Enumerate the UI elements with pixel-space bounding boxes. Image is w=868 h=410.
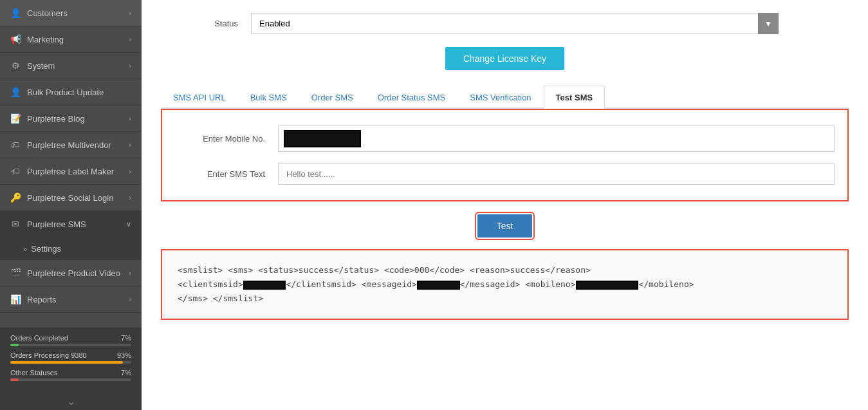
chevron-icon: ›	[129, 295, 131, 303]
tab-order-sms[interactable]: Order SMS	[299, 86, 365, 109]
chevron-icon: ›	[129, 194, 131, 201]
customers-icon: 👤	[10, 8, 21, 18]
sidebar-sub-item-settings[interactable]: » Settings	[0, 238, 142, 260]
sidebar-item-marketing[interactable]: 📢 Marketing ›	[0, 26, 142, 53]
stat-bar-bg-orders-processing	[10, 361, 131, 364]
sidebar-label-system: System	[27, 61, 55, 71]
status-select-wrapper: Enabled Disabled ▼	[251, 13, 779, 34]
status-select[interactable]: Enabled Disabled	[251, 13, 779, 34]
stat-label-orders-completed: Orders Completed	[10, 334, 68, 342]
tab-test-sms[interactable]: Test SMS	[544, 86, 605, 109]
tabs: SMS API URL Bulk SMS Order SMS Order Sta…	[161, 86, 849, 109]
tab-order-status-sms[interactable]: Order Status SMS	[365, 86, 457, 109]
sidebar-item-bulk-product-update[interactable]: 👤 Bulk Product Update	[0, 79, 142, 106]
sidebar-label-purpletree-label-maker: Purpletree Label Maker	[27, 167, 114, 176]
sms-text-input[interactable]	[278, 163, 835, 185]
sidebar-item-purpletree-product-video[interactable]: 🎬 Purpletree Product Video ›	[0, 260, 142, 286]
stat-label-other-statuses: Other Statuses	[10, 369, 57, 377]
redacted-mobileno	[576, 281, 639, 290]
chevron-icon: ›	[129, 62, 131, 70]
sidebar-label-purpletree-sms: Purpletree SMS	[27, 219, 86, 229]
label-maker-icon: 🏷	[10, 166, 21, 176]
sidebar-label-purpletree-blog: Purpletree Blog	[27, 114, 85, 124]
chevron-down-icon: ∨	[126, 220, 131, 228]
social-login-icon: 🔑	[10, 192, 21, 203]
multivendor-icon: 🏷	[10, 140, 21, 150]
test-sms-form-section: Enter Mobile No. Enter SMS Text	[161, 109, 849, 201]
stat-other-statuses: Other Statuses 7%	[10, 369, 131, 381]
chevron-icon: ›	[129, 141, 131, 149]
stat-bar-bg-orders-completed	[10, 344, 131, 346]
redacted-messageid	[417, 281, 460, 290]
reports-icon: 📊	[10, 294, 21, 304]
chevron-icon: ›	[129, 9, 131, 17]
tab-bulk-sms[interactable]: Bulk SMS	[238, 86, 299, 109]
stat-orders-processing: Orders Processing 9380 93%	[10, 351, 131, 364]
sidebar-stats: Orders Completed 7% Orders Processing 93…	[0, 328, 142, 393]
change-license-key-button[interactable]: Change License Key	[445, 47, 564, 70]
response-box: <smslist> <sms> <status>success</status>…	[161, 249, 849, 320]
product-video-icon: 🎬	[10, 268, 21, 278]
stat-value-other-statuses: 7%	[121, 369, 131, 377]
redacted-clientsmsid	[243, 281, 286, 290]
sidebar-label-bulk-product-update: Bulk Product Update	[27, 88, 104, 97]
chevron-icon: ›	[129, 269, 131, 277]
system-icon: ⚙	[10, 61, 21, 71]
sidebar-item-purpletree-multivendor[interactable]: 🏷 Purpletree Multivendor ›	[0, 132, 142, 158]
sidebar-item-purpletree-sms[interactable]: ✉ Purpletree SMS ∨	[0, 211, 142, 238]
stat-bar-fill-orders-completed	[10, 344, 19, 346]
mobile-field-wrapper	[278, 126, 835, 152]
stat-bar-fill-orders-processing	[10, 361, 123, 364]
mobile-no-row: Enter Mobile No.	[175, 126, 835, 152]
sms-icon: ✉	[10, 219, 21, 229]
marketing-icon: 📢	[10, 34, 21, 44]
sidebar-label-purpletree-multivendor: Purpletree Multivendor	[27, 140, 111, 150]
chevron-icon: ›	[129, 115, 131, 122]
sidebar-scroll-indicator: ⌄	[0, 393, 142, 410]
blog-icon: 📝	[10, 113, 21, 124]
tab-sms-api-url[interactable]: SMS API URL	[161, 86, 238, 109]
sms-text-label: Enter SMS Text	[175, 169, 265, 179]
sidebar-item-system[interactable]: ⚙ System ›	[0, 53, 142, 79]
response-line3: </sms> </smslist>	[178, 294, 263, 303]
sidebar-sub-label-settings: Settings	[31, 244, 61, 254]
sidebar-item-customers[interactable]: 👤 Customers ›	[0, 0, 142, 26]
stat-value-orders-completed: 7%	[121, 334, 131, 342]
stat-bar-bg-other-statuses	[10, 378, 131, 381]
chevron-icon: ›	[129, 167, 131, 175]
sidebar: 👤 Customers › 📢 Marketing › ⚙ System › 👤…	[0, 0, 142, 410]
tab-sms-verification[interactable]: SMS Verification	[457, 86, 543, 109]
sidebar-label-marketing: Marketing	[27, 35, 64, 44]
chevron-icon: ›	[129, 35, 131, 43]
status-row: Status Enabled Disabled ▼	[161, 13, 849, 34]
sidebar-label-customers: Customers	[27, 8, 68, 18]
test-button-row: Test	[161, 214, 849, 238]
license-key-row: Change License Key	[161, 47, 849, 70]
main-content: Status Enabled Disabled ▼ Change License…	[142, 0, 868, 410]
response-line2: <clientsmsid> </clientsmsid> <messageid>…	[178, 279, 694, 289]
stat-bar-fill-other-statuses	[10, 378, 19, 381]
sidebar-item-purpletree-label-maker[interactable]: 🏷 Purpletree Label Maker ›	[0, 158, 142, 185]
sidebar-item-purpletree-social-login[interactable]: 🔑 Purpletree Social Login ›	[0, 185, 142, 211]
status-label: Status	[161, 19, 238, 28]
stat-label-orders-processing: Orders Processing 9380	[10, 351, 87, 359]
sidebar-item-reports[interactable]: 📊 Reports ›	[0, 286, 142, 313]
sidebar-item-purpletree-blog[interactable]: 📝 Purpletree Blog ›	[0, 106, 142, 132]
sidebar-label-purpletree-social-login: Purpletree Social Login	[27, 193, 113, 203]
sidebar-label-reports: Reports	[27, 295, 57, 304]
bulk-product-icon: 👤	[10, 87, 21, 97]
arrow-icon: »	[23, 245, 27, 253]
stat-orders-completed: Orders Completed 7%	[10, 334, 131, 346]
mobile-no-input[interactable]	[284, 130, 361, 147]
response-line1: <smslist> <sms> <status>success</status>…	[178, 265, 591, 275]
test-button[interactable]: Test	[477, 214, 533, 238]
sms-text-row: Enter SMS Text	[175, 163, 835, 185]
stat-value-orders-processing: 93%	[117, 351, 131, 359]
mobile-no-label: Enter Mobile No.	[175, 134, 265, 144]
sidebar-label-purpletree-product-video: Purpletree Product Video	[27, 268, 120, 278]
